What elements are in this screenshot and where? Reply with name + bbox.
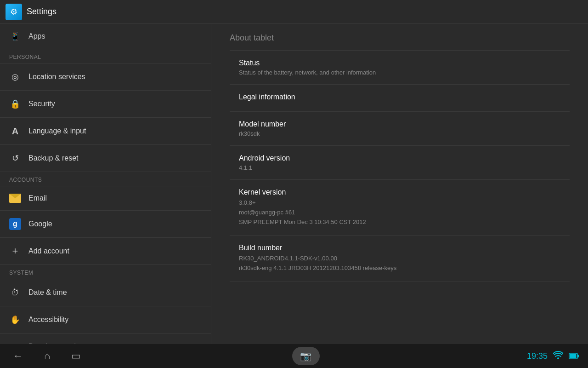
recents-icon: ▭ — [71, 350, 81, 362]
status-title: Status — [239, 59, 560, 67]
recents-button[interactable]: ▭ — [68, 346, 85, 366]
bottom-center: 📷 — [292, 347, 320, 365]
main-layout: 📱 Apps PERSONAL ◎ Location services 🔒 Se… — [0, 24, 588, 368]
svg-rect-1 — [577, 355, 579, 357]
sidebar: 📱 Apps PERSONAL ◎ Location services 🔒 Se… — [0, 24, 211, 368]
status-subtitle: Status of the battery, network, and othe… — [239, 69, 560, 76]
personal-section-header: PERSONAL — [0, 49, 211, 63]
language-input-label: Language & input — [28, 127, 86, 135]
home-icon: ⌂ — [44, 350, 50, 362]
sidebar-item-apps[interactable]: 📱 Apps — [0, 24, 211, 49]
top-bar: ⚙ Settings — [0, 0, 588, 24]
back-icon: ← — [13, 350, 23, 362]
backup-reset-label: Backup & reset — [28, 154, 79, 162]
back-button[interactable]: ← — [9, 346, 27, 366]
bottom-nav-left: ← ⌂ ▭ — [9, 346, 85, 366]
email-label: Email — [28, 194, 47, 202]
model-number-title: Model number — [239, 120, 560, 128]
kernel-version-value: 3.0.8+root@guangg-pc #61SMP PREEMPT Mon … — [239, 198, 560, 227]
content-item-android-version[interactable]: Android version 4.1.1 — [230, 146, 570, 180]
add-account-label: Add account — [28, 247, 69, 255]
location-services-label: Location services — [28, 73, 85, 81]
app-icon: ⚙ — [6, 4, 22, 20]
settings-icon: ⚙ — [10, 7, 17, 17]
language-icon: A — [9, 125, 21, 137]
content-item-status[interactable]: Status Status of the battery, network, a… — [230, 51, 570, 85]
google-label: Google — [28, 220, 52, 228]
datetime-icon: ⏱ — [9, 287, 21, 299]
security-label: Security — [28, 100, 55, 108]
sidebar-item-date-time[interactable]: ⏱ Date & time — [0, 279, 211, 306]
accounts-section-header: ACCOUNTS — [0, 172, 211, 186]
bottom-right: 19:35 — [527, 351, 579, 362]
content-item-kernel-version[interactable]: Kernel version 3.0.8+root@guangg-pc #61S… — [230, 180, 570, 236]
sidebar-item-apps-label: Apps — [28, 32, 45, 40]
email-icon — [9, 194, 21, 203]
content-area: About tablet Status Status of the batter… — [211, 24, 588, 368]
camera-icon: 📷 — [300, 351, 311, 362]
accessibility-label: Accessibility — [28, 316, 68, 324]
app-title: Settings — [27, 7, 57, 17]
model-number-value: rk30sdk — [239, 130, 560, 137]
google-icon: g — [9, 218, 21, 230]
date-time-label: Date & time — [28, 288, 67, 297]
content-item-legal-information[interactable]: Legal information — [230, 85, 570, 112]
security-icon: 🔒 — [9, 98, 21, 110]
home-button[interactable]: ⌂ — [40, 346, 54, 366]
add-account-icon: + — [9, 245, 21, 257]
sidebar-item-language-input[interactable]: A Language & input — [0, 117, 211, 144]
bottom-bar: ← ⌂ ▭ 📷 19:35 — [0, 344, 588, 368]
android-version-value: 4.1.1 — [239, 164, 560, 171]
battery-icon — [569, 351, 579, 362]
svg-rect-2 — [570, 354, 577, 358]
sidebar-item-location-services[interactable]: ◎ Location services — [0, 63, 211, 90]
sidebar-item-add-account[interactable]: + Add account — [0, 237, 211, 264]
sidebar-item-accessibility[interactable]: ✋ Accessibility — [0, 306, 211, 333]
time-display: 19:35 — [527, 351, 548, 361]
android-version-title: Android version — [239, 154, 560, 162]
content-page-title: About tablet — [230, 33, 570, 43]
sidebar-item-google[interactable]: g Google — [0, 210, 211, 237]
sidebar-item-email[interactable]: Email — [0, 186, 211, 210]
content-item-build-number[interactable]: Build number RK30_ANDROID4.1.1-SDK-v1.00… — [230, 236, 570, 282]
location-icon: ◎ — [9, 71, 21, 83]
build-number-value: RK30_ANDROID4.1.1-SDK-v1.00.00rk30sdk-en… — [239, 254, 560, 273]
kernel-version-title: Kernel version — [239, 188, 560, 196]
wifi-icon — [553, 351, 563, 362]
accessibility-icon: ✋ — [9, 314, 21, 326]
system-section-header: SYSTEM — [0, 264, 211, 279]
sidebar-item-backup-reset[interactable]: ↺ Backup & reset — [0, 144, 211, 172]
build-number-title: Build number — [239, 244, 560, 252]
content-item-model-number[interactable]: Model number rk30sdk — [230, 112, 570, 146]
camera-button[interactable]: 📷 — [292, 347, 320, 365]
backup-icon: ↺ — [9, 152, 21, 164]
sidebar-item-security[interactable]: 🔒 Security — [0, 90, 211, 117]
legal-information-title: Legal information — [239, 93, 560, 101]
apps-icon: 📱 — [9, 30, 21, 42]
